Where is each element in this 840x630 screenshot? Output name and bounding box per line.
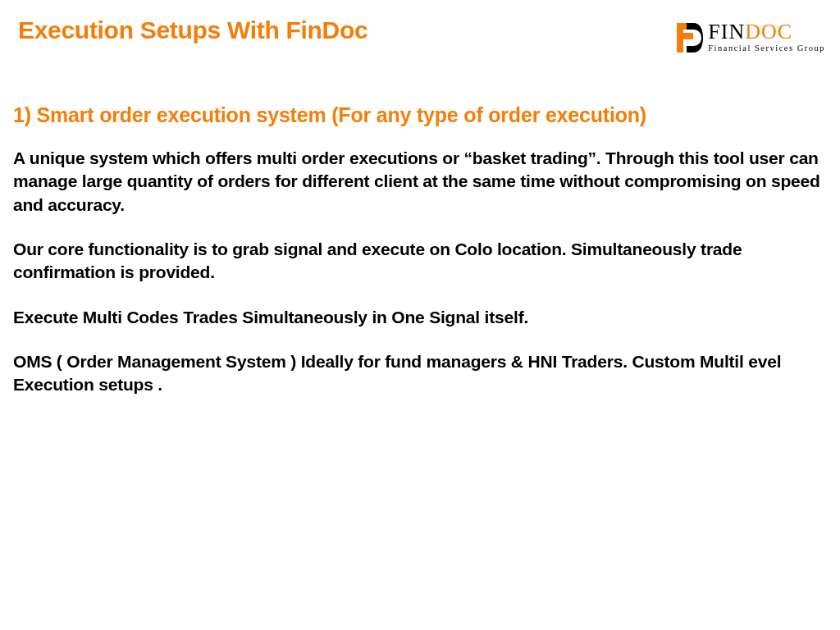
paragraph: Our core functionality is to grab signal…	[13, 238, 825, 285]
logo-tagline: Financial Services Group	[708, 44, 825, 53]
logo-text: FINDOC Financial Services Group	[708, 21, 825, 53]
logo-brand: FINDOC	[708, 21, 825, 43]
header: Execution Setups With FinDoc FINDOC Fina…	[0, 0, 840, 54]
body-text: A unique system which offers multi order…	[13, 147, 825, 397]
paragraph: Execute Multi Codes Trades Simultaneousl…	[13, 306, 825, 329]
logo-letter-doc: DOC	[745, 20, 792, 43]
page-title: Execution Setups With FinDoc	[18, 16, 368, 44]
logo-letter-in: IN	[721, 20, 745, 43]
logo-letter-f: F	[708, 20, 720, 43]
content: 1) Smart order execution system (For any…	[0, 54, 840, 397]
logo-mark-icon	[675, 21, 703, 54]
section-heading: 1) Smart order execution system (For any…	[13, 103, 825, 127]
logo: FINDOC Financial Services Group	[675, 16, 825, 54]
paragraph: OMS ( Order Management System ) Ideally …	[13, 350, 825, 397]
paragraph: A unique system which offers multi order…	[13, 147, 825, 217]
